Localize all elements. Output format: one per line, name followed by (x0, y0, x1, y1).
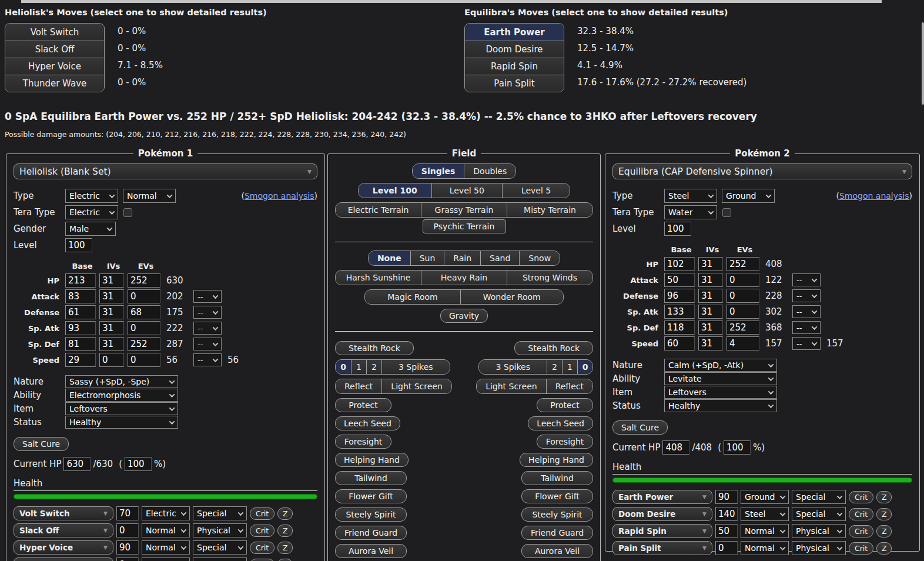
spikes-2-button[interactable]: 2 (366, 360, 381, 374)
pokemon2-move2-select[interactable]: Doom Desire▼ (612, 507, 712, 521)
move1-type-select[interactable]: Electric (142, 506, 190, 520)
move4-type-select[interactable]: Normal (741, 541, 789, 555)
pokemon2-item-select[interactable]: Leftovers (664, 386, 777, 399)
hp-iv-input[interactable] (99, 273, 124, 288)
move2-type-select[interactable]: Steel (741, 507, 789, 521)
smogon-analysis-link[interactable]: Smogon analysis (245, 191, 314, 201)
move3-type-select[interactable]: Normal (741, 524, 789, 538)
doubles-button[interactable]: Doubles (464, 164, 515, 178)
pokemon2-type2-select[interactable]: Ground (722, 189, 775, 203)
spa-ev-input[interactable] (128, 321, 160, 335)
hp-ev-input[interactable] (727, 257, 759, 271)
move1-bp-input[interactable] (116, 506, 139, 520)
pokemon2-tera-select[interactable]: Water (664, 205, 717, 219)
def-ev-input[interactable] (727, 289, 759, 303)
hp-ev-input[interactable] (128, 273, 160, 288)
move2-bp-input[interactable] (116, 523, 139, 537)
def-base-input[interactable] (65, 305, 96, 319)
reflect-button[interactable]: Reflect (336, 379, 381, 393)
spd-boost-select[interactable]: -- (193, 338, 222, 350)
friend-guard-left-button[interactable]: Friend Guard (335, 526, 407, 540)
atk-boost-select[interactable]: -- (193, 290, 222, 303)
foresight-left-button[interactable]: Foresight (335, 435, 391, 449)
spe-iv-input[interactable] (698, 336, 723, 350)
move-result-button[interactable]: Hyper Voice (5, 58, 104, 75)
def-ev-input[interactable] (128, 305, 160, 319)
atk-base-input[interactable] (664, 273, 695, 287)
weather-none-button[interactable]: None (369, 251, 410, 265)
move1-category-select[interactable]: Special (193, 506, 247, 520)
atk-iv-input[interactable] (99, 289, 124, 303)
move-result-button[interactable]: Slack Off (5, 41, 104, 58)
psychic-terrain-button[interactable]: Psychic Terrain (423, 219, 506, 233)
spd-base-input[interactable] (65, 337, 96, 351)
level-50-button[interactable]: Level 50 (431, 183, 502, 198)
pokemon2-hp-percent-input[interactable] (724, 440, 751, 455)
move3-bp-input[interactable] (116, 540, 139, 555)
leech-seed-left-button[interactable]: Leech Seed (335, 416, 400, 430)
pokemon2-set-select[interactable]: Equilibra (CAP Defensive Spinner)▼ (612, 163, 912, 179)
atk-ev-input[interactable] (128, 289, 160, 303)
pokemon1-type1-select[interactable]: Electric (65, 189, 118, 203)
foresight-right-button[interactable]: Foresight (537, 435, 593, 449)
light-screen-button[interactable]: Light Screen (477, 379, 546, 393)
protect-right-button[interactable]: Protect (537, 398, 593, 412)
spa-boost-select[interactable]: -- (792, 305, 821, 318)
flower-gift-left-button[interactable]: Flower Gift (335, 489, 407, 503)
move1-crit-button[interactable]: Crit (849, 491, 873, 503)
move1-type-select[interactable]: Ground (741, 490, 789, 504)
move1-crit-button[interactable]: Crit (250, 507, 274, 520)
move4-category-select[interactable]: Physical (193, 557, 247, 561)
protect-left-button[interactable]: Protect (335, 398, 391, 412)
spikes-3-button[interactable]: 3 Spikes (381, 360, 450, 374)
pokemon1-tera-select[interactable]: Electric (65, 205, 118, 219)
weather-snow-button[interactable]: Snow (519, 251, 560, 265)
move1-z-button[interactable]: Z (277, 507, 293, 520)
atk-boost-select[interactable]: -- (792, 273, 821, 286)
salt-cure-button[interactable]: Salt Cure (14, 437, 69, 451)
spikes-1-button[interactable]: 1 (562, 360, 577, 374)
spd-ev-input[interactable] (128, 337, 160, 351)
level-5-button[interactable]: Level 5 (502, 183, 570, 198)
spe-base-input[interactable] (65, 353, 96, 367)
aurora-veil-left-button[interactable]: Aurora Veil (335, 544, 407, 558)
spa-base-input[interactable] (65, 321, 96, 335)
spe-ev-input[interactable] (128, 353, 160, 367)
spe-boost-select[interactable]: -- (792, 337, 821, 350)
def-boost-select[interactable]: -- (193, 306, 222, 319)
move4-crit-button[interactable]: Crit (849, 542, 873, 555)
level-100-button[interactable]: Level 100 (359, 183, 431, 198)
move-result-button[interactable]: Doom Desire (465, 41, 564, 58)
aurora-veil-right-button[interactable]: Aurora Veil (521, 544, 593, 558)
misty-terrain-button[interactable]: Misty Terrain (507, 203, 592, 217)
pokemon2-level-input[interactable] (664, 222, 691, 236)
pokemon2-status-select[interactable]: Healthy (664, 399, 777, 412)
spikes-2-button[interactable]: 2 (547, 360, 562, 374)
move4-crit-button[interactable]: Crit (250, 559, 274, 561)
pokemon1-type2-select[interactable]: Normal (123, 189, 176, 203)
move2-z-button[interactable]: Z (277, 525, 293, 537)
move3-type-select[interactable]: Normal (142, 540, 190, 555)
stealth-rock-right-button[interactable]: Stealth Rock (514, 341, 593, 355)
def-base-input[interactable] (664, 289, 695, 303)
move3-z-button[interactable]: Z (277, 542, 293, 554)
tera-checkbox[interactable] (722, 208, 731, 217)
def-iv-input[interactable] (99, 305, 124, 319)
move3-bp-input[interactable] (715, 524, 738, 538)
heavy-rain-button[interactable]: Heavy Rain (421, 271, 507, 285)
light-screen-button[interactable]: Light Screen (381, 379, 451, 393)
move1-z-button[interactable]: Z (876, 491, 892, 503)
gravity-button[interactable]: Gravity (440, 309, 488, 323)
move4-category-select[interactable]: Physical (792, 541, 846, 555)
pokemon1-move3-select[interactable]: Hyper Voice▼ (14, 540, 113, 555)
spikes-0-button[interactable]: 0 (577, 360, 592, 374)
pokemon1-move1-select[interactable]: Volt Switch▼ (14, 506, 113, 520)
leech-seed-right-button[interactable]: Leech Seed (528, 416, 593, 430)
spe-boost-select[interactable]: -- (193, 353, 222, 366)
move-result-button[interactable]: Thunder Wave (5, 75, 104, 92)
pokemon1-ability-select[interactable]: Electromorphosis (65, 389, 178, 402)
pokemon2-type1-select[interactable]: Steel (664, 189, 717, 203)
tailwind-left-button[interactable]: Tailwind (335, 471, 407, 485)
helping-hand-right-button[interactable]: Helping Hand (520, 453, 593, 467)
move4-z-button[interactable]: Z (876, 542, 892, 555)
